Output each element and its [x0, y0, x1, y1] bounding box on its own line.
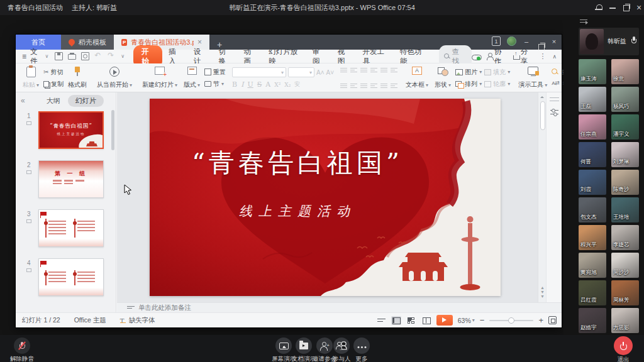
bullets-icon[interactable]: [340, 67, 347, 73]
layout-toggle-icon[interactable]: [580, 19, 589, 25]
align-left-icon[interactable]: [340, 83, 347, 89]
account-avatar[interactable]: [507, 36, 516, 46]
underline-button[interactable]: U: [248, 80, 253, 89]
exit-meeting-button[interactable]: 退出: [614, 336, 633, 362]
wps-close-button[interactable]: ×: [550, 38, 558, 45]
participant-tile[interactable]: 刘梦琳: [611, 142, 639, 167]
tab-outline[interactable]: 大纲: [47, 96, 60, 106]
participant-tile[interactable]: 何晋: [579, 142, 606, 167]
file-menu[interactable]: 文件 ∨: [30, 47, 48, 66]
minimize-button[interactable]: [608, 3, 618, 13]
arrange-button[interactable]: 排列▾: [455, 79, 482, 89]
section-button[interactable]: 节▾: [204, 79, 226, 89]
save-icon[interactable]: [55, 52, 63, 60]
more-options-icon[interactable]: ⋮: [539, 52, 546, 60]
collab-button[interactable]: 协作: [486, 47, 506, 66]
participant-tile[interactable]: 黄宛旭: [579, 253, 606, 278]
columns-icon[interactable]: [391, 83, 397, 89]
zoom-out-button[interactable]: −: [480, 315, 485, 325]
participant-tile[interactable]: 陈奇沙: [611, 170, 639, 195]
strikethrough-button[interactable]: S: [257, 80, 262, 89]
participant-tile[interactable]: 杨凤巧: [611, 87, 639, 112]
normal-view-button[interactable]: [391, 316, 401, 325]
unmute-button[interactable]: 解除静音: [10, 337, 34, 362]
font-name-select[interactable]: ▾: [232, 67, 286, 77]
layout-button[interactable]: 版式▾: [182, 65, 202, 90]
panel-handle-icon[interactable]: [550, 97, 559, 101]
cloud-sync-icon[interactable]: [472, 53, 480, 60]
outline-button[interactable]: 轮廓▾: [484, 79, 510, 89]
participant-tile[interactable]: 周林芳: [611, 280, 639, 305]
slide-scrollbar[interactable]: ▲▼▼: [538, 92, 546, 302]
participant-tile[interactable]: 李婕芯: [611, 225, 639, 250]
participant-tile[interactable]: 王磊: [579, 87, 606, 112]
numbering-icon[interactable]: [350, 67, 357, 73]
print-preview-icon[interactable]: [81, 52, 89, 60]
notes-bar[interactable]: 单击此处添加备注: [117, 302, 562, 312]
scrollbar-thumb[interactable]: [540, 101, 545, 130]
subscript-button[interactable]: X₂: [284, 82, 291, 88]
people-button[interactable]: 参与人: [333, 337, 351, 362]
theme-name[interactable]: Office 主题: [74, 316, 106, 325]
undo-icon[interactable]: [94, 52, 103, 60]
tab-slides[interactable]: 幻灯片: [68, 95, 104, 107]
hamburger-icon[interactable]: ≡: [22, 52, 26, 61]
wps-minimize-button[interactable]: –: [523, 38, 530, 45]
textbox-button[interactable]: A 文本框▾: [404, 65, 430, 90]
close-button[interactable]: [634, 3, 644, 13]
slideshow-play-button[interactable]: [436, 315, 453, 326]
slide-sorter-view-button[interactable]: [406, 316, 416, 325]
reading-view-button[interactable]: [421, 316, 431, 325]
format-painter-button[interactable]: 格式刷: [66, 65, 89, 90]
missing-font-warning[interactable]: T 缺失字体: [120, 316, 155, 325]
distribute-icon[interactable]: [380, 83, 387, 89]
cut-button[interactable]: 剪切: [43, 67, 64, 77]
notes-toggle-icon[interactable]: [377, 317, 386, 324]
zoom-level[interactable]: 63% ▾: [458, 317, 475, 324]
new-slide-button[interactable]: 新建幻灯片▾: [140, 65, 179, 90]
copy-button[interactable]: 复制: [43, 79, 64, 89]
line-spacing-icon[interactable]: [380, 67, 387, 73]
share-button[interactable]: 分享: [513, 47, 533, 66]
shrink-font-button[interactable]: A˅: [326, 69, 335, 76]
participant-tile[interactable]: 康玉涛: [579, 59, 606, 84]
increase-indent-icon[interactable]: [370, 67, 377, 73]
shapes-button[interactable]: 形状▾: [433, 65, 453, 90]
play-from-current-button[interactable]: 从当前开始▾: [95, 65, 134, 90]
collapse-ribbon-icon[interactable]: ∧: [552, 53, 557, 60]
slide-thumbnail-3[interactable]: [38, 209, 104, 247]
bold-button[interactable]: B: [232, 80, 237, 89]
slide-thumbnail-4[interactable]: [38, 258, 104, 296]
superscript-button[interactable]: X²: [274, 82, 280, 88]
collapse-panel-button[interactable]: «: [21, 96, 25, 105]
zoom-slider[interactable]: [489, 320, 533, 321]
present-tools-button[interactable]: 演示工具▾: [516, 65, 549, 90]
paste-button[interactable]: 粘贴▾: [21, 65, 41, 90]
participant-tile[interactable]: 吕红霞: [579, 280, 606, 305]
presenter-tile[interactable]: 韩昕益: [579, 28, 639, 55]
scroll-up-icon[interactable]: [540, 94, 544, 98]
slide-thumbnail-2[interactable]: 第 一 组: [38, 160, 104, 198]
justify-icon[interactable]: [370, 83, 377, 89]
italic-button[interactable]: I: [241, 80, 243, 89]
notification-bell-icon[interactable]: [594, 3, 604, 13]
participant-tile[interactable]: 徐意: [611, 59, 639, 84]
align-center-icon[interactable]: [350, 83, 357, 89]
more-button[interactable]: 更多: [353, 337, 370, 362]
align-right-icon[interactable]: [360, 83, 367, 89]
zoom-slider-knob[interactable]: [508, 317, 514, 324]
participant-tile[interactable]: 赵皓宇: [579, 308, 606, 333]
participant-tile[interactable]: 周沙沙: [611, 253, 639, 278]
participant-tile[interactable]: 包文杰: [579, 197, 606, 222]
text-direction-icon[interactable]: [391, 67, 397, 73]
redo-icon[interactable]: [108, 52, 116, 60]
quickbar-more-icon[interactable]: ∨: [121, 53, 125, 59]
decrease-indent-icon[interactable]: [360, 67, 367, 73]
tab-docer[interactable]: 稻壳模板: [61, 35, 114, 50]
participant-tile[interactable]: 刘霞: [579, 170, 606, 195]
participant-tile[interactable]: 方思影: [611, 308, 639, 333]
grow-font-button[interactable]: A˄: [316, 69, 325, 76]
print-icon[interactable]: [68, 54, 76, 60]
properties-sliders-icon[interactable]: [550, 109, 558, 116]
zoom-in-button[interactable]: +: [538, 315, 543, 325]
